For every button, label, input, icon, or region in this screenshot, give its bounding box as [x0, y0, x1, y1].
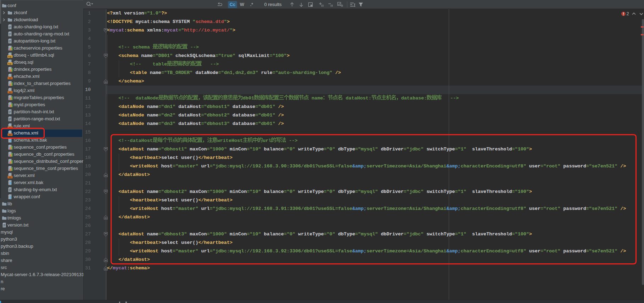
svg-text:?: ?	[10, 196, 12, 200]
svg-text:<>: <>	[9, 77, 12, 79]
svg-text:?: ?	[10, 182, 12, 186]
svg-text:SQL: SQL	[8, 63, 12, 65]
svg-text:SQL: SQL	[8, 56, 12, 58]
svg-text:?: ?	[10, 139, 12, 143]
svg-text:<>: <>	[9, 91, 12, 93]
svg-text:<>: <>	[9, 176, 12, 178]
